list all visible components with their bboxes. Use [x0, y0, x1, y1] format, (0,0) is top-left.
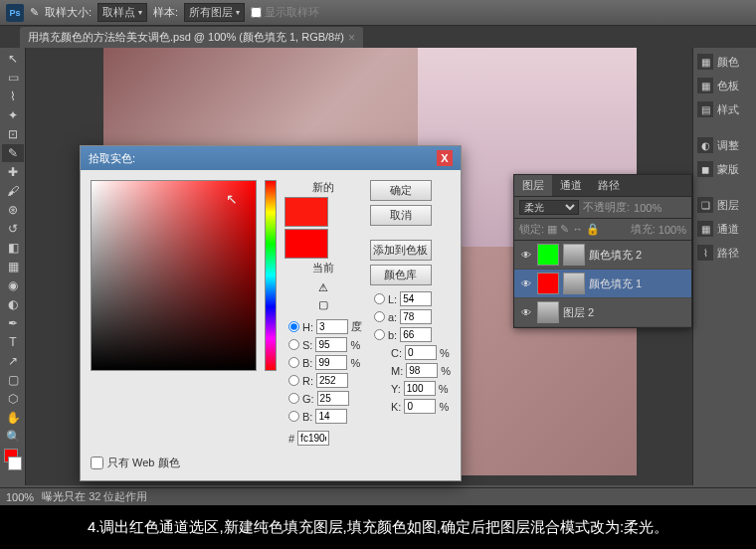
color-picker-dialog: 拾取实色: X ↖ 新的 当前 ⚠▢ H:度 S:% B:% R: G: B: …: [80, 145, 462, 481]
adjust-panel-tab[interactable]: ◐调整: [695, 135, 754, 155]
new-color-swatch: [284, 197, 328, 227]
swatches-panel-tab[interactable]: ▦色板: [695, 76, 754, 95]
3d-tool[interactable]: ⬡: [2, 390, 24, 408]
r-radio[interactable]: [288, 375, 299, 386]
hand-tool[interactable]: ✋: [2, 409, 24, 427]
bb-radio[interactable]: [288, 411, 299, 422]
collapsed-panels: ▦颜色 ▦色板 ▤样式 ◐调整 ◼蒙版 ❏图层 ▦通道 ⌇路径: [692, 48, 756, 485]
l-input[interactable]: [400, 291, 432, 306]
color-field[interactable]: ↖: [91, 180, 257, 371]
layer-thumb: [537, 273, 559, 294]
h-radio[interactable]: [288, 321, 299, 332]
channels-panel-tab[interactable]: ▦通道: [695, 219, 754, 239]
b-input[interactable]: [315, 355, 347, 370]
tab-paths[interactable]: 路径: [590, 175, 628, 196]
layer-name: 图层 2: [563, 305, 594, 320]
marquee-tool[interactable]: ▭: [2, 69, 24, 87]
dodge-tool[interactable]: ◐: [2, 295, 24, 313]
move-tool[interactable]: ↖: [2, 50, 24, 68]
cancel-button[interactable]: 取消: [370, 205, 432, 226]
b-radio[interactable]: [288, 357, 299, 368]
opacity-value[interactable]: 100%: [634, 202, 662, 214]
lab-b-radio[interactable]: [374, 329, 385, 340]
layer-row[interactable]: 👁 颜色填充 1: [514, 270, 691, 298]
websafe-warning-icon[interactable]: ▢: [318, 298, 328, 311]
brush-tool[interactable]: 🖌: [2, 182, 24, 200]
layers-panel-tab[interactable]: ❏图层: [695, 195, 754, 215]
type-tool[interactable]: T: [2, 333, 24, 351]
m-input[interactable]: [406, 363, 438, 378]
layers-panel: 图层 通道 路径 柔光 不透明度: 100% 锁定: ▦ ✎ ↔ 🔒 填充: 1…: [513, 174, 692, 328]
history-brush-tool[interactable]: ↺: [2, 220, 24, 238]
s-radio[interactable]: [288, 339, 299, 350]
crop-tool[interactable]: ⊡: [2, 125, 24, 143]
g-radio[interactable]: [288, 393, 299, 404]
k-input[interactable]: [404, 399, 436, 414]
a-radio[interactable]: [374, 311, 385, 322]
layer-row[interactable]: 👁 颜色填充 2: [514, 241, 691, 270]
hex-input[interactable]: [297, 431, 329, 446]
visibility-icon[interactable]: 👁: [519, 277, 533, 289]
a-input[interactable]: [400, 309, 432, 324]
h-input[interactable]: [316, 319, 348, 334]
status-info: 曝光只在 32 位起作用: [42, 489, 147, 504]
eraser-tool[interactable]: ◧: [2, 239, 24, 257]
current-color-swatch[interactable]: [284, 229, 328, 259]
g-input[interactable]: [317, 391, 349, 406]
add-swatch-button[interactable]: 添加到色板: [370, 240, 432, 261]
visibility-icon[interactable]: 👁: [519, 306, 533, 318]
layer-mask-thumb: [563, 273, 585, 294]
pen-tool[interactable]: ✒: [2, 314, 24, 332]
y-input[interactable]: [404, 381, 436, 396]
l-radio[interactable]: [374, 293, 385, 304]
sample-dropdown[interactable]: 所有图层: [184, 3, 245, 22]
lasso-tool[interactable]: ⌇: [2, 88, 24, 105]
color-libraries-button[interactable]: 颜色库: [370, 265, 432, 285]
tab-layers[interactable]: 图层: [514, 175, 552, 196]
styles-panel-tab[interactable]: ▤样式: [695, 99, 754, 119]
zoom-level[interactable]: 100%: [6, 491, 34, 503]
mask-panel-tab[interactable]: ◼蒙版: [695, 159, 754, 179]
sample-size-label: 取样大小:: [45, 5, 92, 20]
eyedropper-icon[interactable]: ✎: [30, 6, 39, 19]
layer-row[interactable]: 👁 图层 2: [514, 298, 691, 327]
bb-input[interactable]: [315, 409, 347, 424]
color-panel-tab[interactable]: ▦颜色: [695, 52, 754, 72]
lab-b-input[interactable]: [400, 327, 432, 342]
c-input[interactable]: [405, 345, 437, 360]
path-tool[interactable]: ↗: [2, 352, 24, 370]
hue-slider[interactable]: [265, 180, 277, 371]
zoom-tool[interactable]: 🔍: [2, 428, 24, 446]
wand-tool[interactable]: ✦: [2, 106, 24, 124]
document-tab-bar: 用填充颜色的方法给美女调色.psd @ 100% (颜色填充 1, RGB/8#…: [0, 26, 756, 48]
r-input[interactable]: [316, 373, 348, 388]
blur-tool[interactable]: ◉: [2, 276, 24, 294]
web-only-checkbox[interactable]: [91, 457, 103, 469]
gamut-warning-icon[interactable]: ⚠: [318, 281, 328, 294]
show-sampling-checkbox[interactable]: 显示取样环: [251, 5, 319, 20]
fill-value[interactable]: 100%: [659, 224, 686, 236]
heal-tool[interactable]: ✚: [2, 163, 24, 181]
ok-button[interactable]: 确定: [370, 180, 432, 201]
document-tab[interactable]: 用填充颜色的方法给美女调色.psd @ 100% (颜色填充 1, RGB/8#…: [20, 27, 363, 48]
close-icon[interactable]: ×: [348, 31, 355, 45]
close-button[interactable]: X: [437, 150, 453, 166]
shape-tool[interactable]: ▢: [2, 371, 24, 389]
visibility-icon[interactable]: 👁: [519, 249, 533, 261]
gradient-tool[interactable]: ▦: [2, 258, 24, 275]
layer-thumb: [537, 301, 559, 323]
stamp-tool[interactable]: ⊛: [2, 201, 24, 219]
lock-icons[interactable]: ▦ ✎ ↔ 🔒: [547, 223, 600, 236]
dialog-titlebar[interactable]: 拾取实色: X: [81, 146, 461, 170]
fg-bg-colors[interactable]: [2, 447, 24, 472]
s-input[interactable]: [315, 337, 347, 352]
sample-label: 样本:: [153, 5, 178, 20]
paths-panel-tab[interactable]: ⌇路径: [695, 243, 754, 263]
sample-size-dropdown[interactable]: 取样点: [97, 3, 147, 22]
layer-thumb: [537, 244, 559, 266]
eyedropper-tool[interactable]: ✎: [2, 144, 24, 162]
tab-channels[interactable]: 通道: [552, 175, 590, 196]
cursor-icon: ↖: [226, 191, 238, 207]
blend-mode-select[interactable]: 柔光: [519, 200, 579, 215]
status-bar: 100% 曝光只在 32 位起作用: [0, 487, 756, 505]
